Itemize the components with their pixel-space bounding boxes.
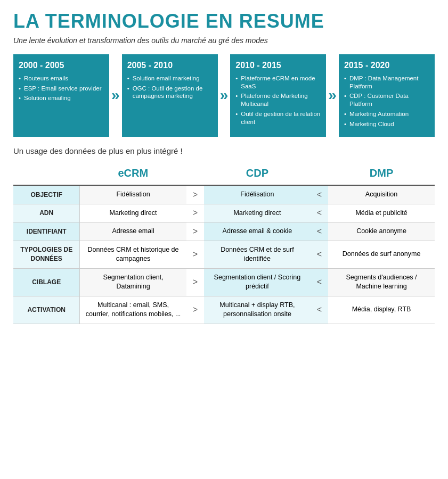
cell-typologies-dmp: Données de surf anonyme <box>328 241 435 268</box>
arrow-ciblage-2: < <box>311 268 328 296</box>
col-header-ecrm: eCRM <box>80 163 186 185</box>
timeline-list-item: DMP : Data Management Platform <box>344 75 429 90</box>
cell-ciblage-cdp: Segmentation client / Scoring prédictif <box>204 268 311 296</box>
cell-ciblage-ecrm: Segmentation client, Datamining <box>80 268 186 296</box>
cell-activation-cdp: Multicanal + display RTB, personnalisati… <box>204 296 311 324</box>
timeline-item-3: 2010 - 2015 Plateforme eCRM en mode SaaS… <box>230 54 326 137</box>
usage-text: Un usage des données de plus en plus int… <box>13 146 435 155</box>
cell-typologies-ecrm: Données CRM et historique de campagnes <box>80 241 186 268</box>
arrow-activation-1: > <box>186 296 204 324</box>
cell-typologies-cdp: Données CRM et de surf identifiée <box>204 241 311 268</box>
cell-identifiant-dmp: Cookie anonyme <box>328 222 435 241</box>
row-label-objectif: OBJECTIF <box>13 185 80 204</box>
cell-activation-dmp: Média, display, RTB <box>328 296 435 324</box>
timeline-list-4: DMP : Data Management Platform CDP : Cus… <box>344 75 429 129</box>
timeline-list-item: OGC : Outil de gestion de campagnes mark… <box>127 85 213 101</box>
cell-adn-dmp: Média et publicité <box>328 204 435 222</box>
cell-activation-ecrm: Multicanal : email, SMS, courrier, notif… <box>80 296 186 324</box>
timeline-list-2: Solution email marketing OGC : Outil de … <box>127 75 213 101</box>
col-header-arr2 <box>311 163 328 185</box>
timeline-item-4: 2015 - 2020 DMP : Data Management Platfo… <box>339 54 435 137</box>
page-subtitle: Une lente évolution et transformation de… <box>13 36 435 45</box>
cell-identifiant-cdp: Adresse email & cookie <box>204 222 311 241</box>
arrow-adn-2: < <box>311 204 328 222</box>
period-2: 2005 - 2010 <box>127 61 213 70</box>
timeline-row: 2000 - 2005 Routeurs emails ESP : Email … <box>13 54 435 137</box>
table-row: OBJECTIF Fidélisation > Fidélisation < A… <box>13 185 435 204</box>
cell-objectif-cdp: Fidélisation <box>204 185 311 204</box>
arrow-2: » <box>218 54 231 137</box>
period-4: 2015 - 2020 <box>344 61 429 70</box>
arrow-identifiant-2: < <box>311 222 328 241</box>
arrow-1: » <box>109 54 122 137</box>
table-row: ACTIVATION Multicanal : email, SMS, cour… <box>13 296 435 324</box>
row-label-activation: ACTIVATION <box>13 296 80 324</box>
timeline-list-item: Plateforme eCRM en mode SaaS <box>235 75 321 90</box>
row-label-adn: ADN <box>13 204 80 222</box>
timeline-item-1: 2000 - 2005 Routeurs emails ESP : Email … <box>13 54 109 137</box>
arrow-ciblage-1: > <box>186 268 204 296</box>
arrow-identifiant-1: > <box>186 222 204 241</box>
timeline-list-item: Routeurs emails <box>19 75 104 82</box>
page-title: LA TERMINOLOGIE EN RESUME <box>13 11 435 32</box>
cell-ciblage-dmp: Segments d'audiences / Machine learning <box>328 268 435 296</box>
table-row: TYPOLOGIES DE DONNÉES Données CRM et his… <box>13 241 435 268</box>
timeline-list-item: Marketing Automation <box>344 110 429 118</box>
arrow-objectif-2: < <box>311 185 328 204</box>
table-row: ADN Marketing direct > Marketing direct … <box>13 204 435 222</box>
col-header-dmp: DMP <box>328 163 435 185</box>
col-header-arr1 <box>186 163 204 185</box>
arrow-typologies-1: > <box>186 241 204 268</box>
arrow-activation-2: < <box>311 296 328 324</box>
col-header-cdp: CDP <box>204 163 311 185</box>
cell-adn-ecrm: Marketing direct <box>80 204 186 222</box>
row-label-identifiant: IDENTIFIANT <box>13 222 80 241</box>
timeline-list-1: Routeurs emails ESP : Email service prov… <box>19 75 104 103</box>
cell-identifiant-ecrm: Adresse email <box>80 222 186 241</box>
timeline-list-item: Plateforme de Marketing Multicanal <box>235 92 321 108</box>
timeline-list-item: Marketing Cloud <box>344 120 429 128</box>
timeline-list-item: CDP : Customer Data Platform <box>344 92 429 108</box>
period-1: 2000 - 2005 <box>19 61 104 70</box>
cell-adn-cdp: Marketing direct <box>204 204 311 222</box>
timeline-list-item: Solution email marketing <box>127 75 213 82</box>
table-row: IDENTIFIANT Adresse email > Adresse emai… <box>13 222 435 241</box>
period-3: 2010 - 2015 <box>235 61 321 70</box>
cell-objectif-dmp: Acquisition <box>328 185 435 204</box>
timeline-list-item: Solution emailing <box>19 94 104 102</box>
row-label-typologies: TYPOLOGIES DE DONNÉES <box>13 241 80 268</box>
timeline-list-item: ESP : Email service provider <box>19 85 104 93</box>
timeline-item-2: 2005 - 2010 Solution email marketing OGC… <box>122 54 218 137</box>
cell-objectif-ecrm: Fidélisation <box>80 185 186 204</box>
timeline-list-item: Outil de gestion de la relation client <box>235 110 321 126</box>
arrow-objectif-1: > <box>186 185 204 204</box>
arrow-3: » <box>326 54 339 137</box>
arrow-typologies-2: < <box>311 241 328 268</box>
table-row: CIBLAGE Segmentation client, Datamining … <box>13 268 435 296</box>
row-label-ciblage: CIBLAGE <box>13 268 80 296</box>
col-header-empty <box>13 163 80 185</box>
arrow-adn-1: > <box>186 204 204 222</box>
comparison-table: eCRM CDP DMP OBJECTIF Fidélisation > Fid… <box>13 163 435 324</box>
timeline-list-3: Plateforme eCRM en mode SaaS Plateforme … <box>235 75 321 127</box>
